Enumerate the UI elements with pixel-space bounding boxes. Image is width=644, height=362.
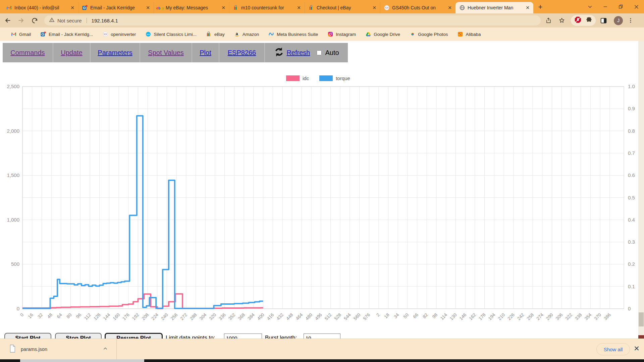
bookmark-meta-business-suite[interactable]: Meta Business Suite — [264, 30, 322, 39]
x-tick-label: 240 — [160, 312, 169, 321]
bookmark-label: Amazon — [243, 32, 259, 37]
bookmark-alibaba[interactable]: Alibaba — [453, 30, 485, 39]
x-tick-label: 290 — [545, 312, 554, 321]
ebay-favicon-icon: ebay — [157, 5, 163, 11]
bookmark-google-photos[interactable]: Google Photos — [406, 30, 452, 39]
bookmark-amazon[interactable]: aAmazon — [230, 30, 263, 39]
profile-avatar[interactable]: J — [614, 16, 623, 25]
menu-link-spot-values[interactable]: Spot Values — [148, 49, 183, 57]
browser-tab-1[interactable]: Inbox (440) - info@sil✕ — [3, 2, 78, 13]
bookmark-label: Instagram — [336, 32, 356, 37]
x-tick-label: 432 — [275, 312, 284, 321]
close-downloads-bar-icon[interactable]: ✕ — [632, 345, 641, 353]
side-panel-icon[interactable] — [598, 15, 609, 26]
bottom-edge-segment — [20, 359, 144, 362]
back-button-icon[interactable] — [2, 15, 13, 26]
browser-tab-5[interactable]: Checkout | eBay✕ — [305, 2, 380, 13]
browser-tab-7-active[interactable]: Huebner Inverter Man✕ — [455, 2, 533, 13]
menu-cell-spot-values: Spot Values — [140, 43, 192, 62]
address-bar[interactable]: Not secure 192.168.4.1 — [44, 15, 541, 25]
tab-search-chevron-icon[interactable] — [582, 0, 598, 13]
x-tick-label: 322 — [564, 312, 573, 321]
minimize-button[interactable] — [598, 0, 613, 13]
menu-link-commands[interactable]: Commands — [10, 49, 45, 57]
bookmark-label: Meta Business Suite — [277, 32, 318, 37]
menu-link-plot[interactable]: Plot — [200, 49, 211, 57]
show-all-button[interactable]: Show all — [596, 343, 630, 355]
close-window-button[interactable] — [629, 0, 644, 13]
x-tick-label: 112 — [83, 312, 92, 321]
x-tick-label: 178 — [478, 312, 487, 321]
share-icon[interactable] — [543, 15, 554, 26]
auto-checkbox[interactable] — [317, 50, 322, 55]
bookmark-label: eBay — [214, 32, 225, 37]
bookmark-silent-classics-limi[interactable]: xeroSilent Classics Limi... — [141, 30, 201, 39]
browser-menu-dots-icon[interactable] — [625, 15, 636, 26]
bookmark-email-jack-kerridg[interactable]: Email - Jack Kerridg... — [36, 30, 97, 39]
outlook-favicon-icon — [82, 5, 88, 11]
alibaba-icon — [457, 32, 463, 37]
bookmark-openinverter[interactable]: openinverter — [98, 30, 140, 39]
browser-tab-2[interactable]: Email - Jack Kerridge✕ — [78, 2, 154, 13]
tab-close-icon[interactable]: ✕ — [447, 5, 453, 10]
bookmark-gmail[interactable]: Gmail — [7, 30, 35, 39]
new-tab-button[interactable]: + — [535, 2, 545, 12]
download-file-name: params.json — [21, 347, 47, 352]
x-tick-label: 18 — [383, 312, 390, 319]
tab-close-icon[interactable]: ✕ — [69, 5, 75, 10]
x-tick-label: 528 — [333, 312, 342, 321]
x-tick-label: 400 — [256, 312, 265, 321]
tab-title: Email - Jack Kerridge — [90, 5, 142, 10]
security-label[interactable]: Not secure — [57, 18, 82, 23]
x-tick-label: 386 — [603, 312, 612, 321]
amazon-icon: a — [234, 32, 240, 37]
menu-link-esp8266[interactable]: ESP8266 — [228, 49, 256, 57]
reload-button-icon[interactable] — [29, 15, 40, 26]
page-scrollbar[interactable] — [638, 41, 644, 339]
bookmark-google-drive[interactable]: Google Drive — [361, 30, 404, 39]
url-text[interactable]: 192.168.4.1 — [92, 18, 118, 23]
x-tick-label: 496 — [314, 312, 323, 321]
scrollbar-corner — [638, 335, 644, 339]
y-left-tick-label: 1,000 — [7, 217, 19, 223]
y-left-tick-label: 500 — [11, 261, 19, 267]
scrollbar-thumb[interactable] — [639, 312, 644, 326]
x-tick-label: 544 — [343, 312, 352, 321]
tab-close-icon[interactable]: ✕ — [371, 5, 377, 10]
tab-close-icon[interactable]: ✕ — [145, 5, 151, 10]
download-item[interactable]: params.json — [9, 345, 108, 354]
y-right-tick-label: 0.9 — [628, 106, 635, 111]
forward-button-icon[interactable] — [15, 15, 27, 26]
bookmark-label: Google Drive — [374, 32, 400, 37]
restore-button[interactable] — [613, 0, 629, 13]
bookmarks-bar: GmailEmail - Jack Kerridg...openinverter… — [0, 27, 644, 41]
page-content: CommandsUpdateParametersSpot ValuesPlotE… — [0, 41, 644, 362]
x-tick-label: 320 — [208, 312, 217, 321]
x-tick-label: 258 — [526, 312, 535, 321]
plot-canvas: 0163248648096112128144160176192208224240… — [0, 74, 644, 339]
y-left-tick-label: 1,500 — [7, 172, 19, 178]
menu-link-update[interactable]: Update — [61, 49, 83, 57]
tab-close-icon[interactable]: ✕ — [220, 5, 226, 10]
browser-tab-4[interactable]: m10 countersunk for✕ — [229, 2, 305, 13]
x-tick-label: 82 — [422, 312, 429, 319]
adblock-extension-icon[interactable] — [574, 16, 582, 25]
ebay-bag-icon — [206, 32, 212, 37]
refresh-link[interactable]: Refresh — [286, 49, 310, 57]
bookmark-ebay[interactable]: eBay — [202, 30, 229, 39]
menu-link-parameters[interactable]: Parameters — [98, 49, 132, 57]
browser-tab-6[interactable]: GS450h Cuts Out on✕ — [380, 2, 455, 13]
tab-close-icon[interactable]: ✕ — [525, 5, 531, 10]
chevron-up-icon[interactable] — [102, 346, 108, 353]
bookmark-star-icon[interactable] — [556, 15, 568, 26]
gmail-favicon-icon — [6, 5, 12, 11]
browser-tab-3[interactable]: ebayMy eBay: Messages✕ — [154, 2, 229, 13]
not-secure-warning-icon[interactable] — [49, 17, 55, 24]
refresh-icon[interactable] — [274, 47, 284, 59]
meta-icon — [268, 32, 274, 37]
tab-close-icon[interactable]: ✕ — [296, 5, 302, 10]
extensions-puzzle-icon[interactable] — [586, 16, 592, 24]
tab-list: Inbox (440) - info@sil✕Email - Jack Kerr… — [3, 2, 533, 13]
auto-label: Auto — [325, 49, 339, 57]
bookmark-instagram[interactable]: Instagram — [323, 30, 360, 39]
